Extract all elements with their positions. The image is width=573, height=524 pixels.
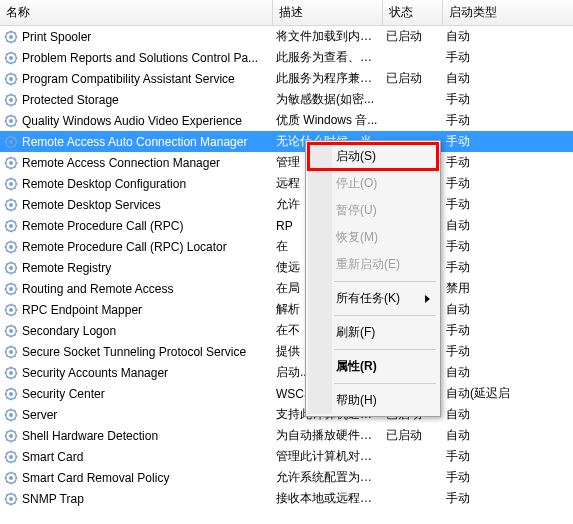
service-start-type: 手动 [442,110,573,131]
menu-separator [334,315,436,316]
table-row[interactable]: Security CenterWSCSVC(Windo...已启动自动(延迟启 [0,383,573,404]
menu-item-help[interactable]: 帮助(H) [308,387,438,414]
menu-item-start[interactable]: 启动(S) [308,143,438,170]
table-row[interactable]: Quality Windows Audio Video Experience优质… [0,110,573,131]
service-gear-icon [4,471,18,485]
table-row[interactable]: Print Spooler将文件加载到内存...已启动自动 [0,26,573,48]
service-name: SNMP Trap [22,492,84,506]
service-gear-icon [4,219,18,233]
service-start-type: 手动 [442,236,573,257]
svg-point-1 [9,35,13,39]
service-name: Shell Hardware Detection [22,429,158,443]
service-start-type: 手动 [442,152,573,173]
service-name: Security Center [22,387,105,401]
service-name: Smart Card [22,450,83,464]
service-desc: 允许系统配置为移... [272,467,382,488]
table-row[interactable]: Program Compatibility Assistant Service此… [0,68,573,89]
service-gear-icon [4,177,18,191]
table-row[interactable]: Secure Socket Tunneling Protocol Service… [0,341,573,362]
service-status [382,446,442,467]
service-desc: 接收本地或远程简... [272,488,382,509]
table-row[interactable]: Security Accounts Manager启动...已启动自动 [0,362,573,383]
service-name: Remote Desktop Services [22,198,161,212]
table-row[interactable]: Remote Procedure Call (RPC)RP已启动自动 [0,215,573,236]
svg-point-131 [9,308,13,312]
service-status [382,89,442,110]
service-gear-icon [4,240,18,254]
menu-item-stop[interactable]: 停止(O) [308,170,438,197]
service-name: Remote Registry [22,261,111,275]
service-status: 已启动 [382,68,442,89]
col-header-desc[interactable]: 描述 [272,0,382,26]
service-start-type: 自动 [442,26,573,48]
menu-item-alltasks[interactable]: 所有任务(K) [308,285,438,312]
service-desc: 为敏感数据(如密... [272,89,382,110]
table-row[interactable]: Remote Desktop Configuration远程手动 [0,173,573,194]
service-name: Smart Card Removal Policy [22,471,169,485]
service-gear-icon [4,282,18,296]
service-gear-icon [4,303,18,317]
svg-point-201 [9,455,13,459]
col-header-start[interactable]: 启动类型 [442,0,573,26]
menu-item-pause[interactable]: 暂停(U) [308,197,438,224]
service-status [382,488,442,509]
service-gear-icon [4,72,18,86]
service-status [382,47,442,68]
svg-point-191 [9,434,13,438]
service-start-type: 手动 [442,488,573,509]
svg-point-221 [9,497,13,501]
menu-item-restart[interactable]: 重新启动(E) [308,251,438,278]
svg-point-51 [9,140,13,144]
svg-point-181 [9,413,13,417]
service-start-type: 手动 [442,194,573,215]
table-row[interactable]: Smart Card Removal Policy允许系统配置为移...手动 [0,467,573,488]
service-gear-icon [4,492,18,506]
table-row[interactable]: Remote Access Connection Manager管理已启动手动 [0,152,573,173]
svg-point-81 [9,203,13,207]
service-start-type: 自动 [442,362,573,383]
svg-point-141 [9,329,13,333]
table-row[interactable]: Remote Procedure Call (RPC) Locator在手动 [0,236,573,257]
svg-point-211 [9,476,13,480]
table-row[interactable]: Routing and Remote Access在局禁用 [0,278,573,299]
service-start-type: 手动 [442,47,573,68]
col-header-name[interactable]: 名称 [0,0,272,26]
service-gear-icon [4,30,18,44]
menu-item-resume[interactable]: 恢复(M) [308,224,438,251]
table-header-row: 名称 描述 状态 启动类型 [0,0,573,26]
menu-item-properties[interactable]: 属性(R) [308,353,438,380]
svg-point-101 [9,245,13,249]
service-name: Remote Access Connection Manager [22,156,220,170]
service-desc: 此服务为查看、发... [272,47,382,68]
service-status [382,110,442,131]
service-name: Print Spooler [22,30,91,44]
service-name: RPC Endpoint Mapper [22,303,142,317]
table-row[interactable]: Protected Storage为敏感数据(如密...手动 [0,89,573,110]
table-row[interactable]: Smart Card管理此计算机对智...手动 [0,446,573,467]
table-row[interactable]: Problem Reports and Solutions Control Pa… [0,47,573,68]
service-start-type: 自动 [442,68,573,89]
service-name: Server [22,408,57,422]
submenu-arrow-icon [425,295,430,303]
service-status: 已启动 [382,26,442,48]
table-row[interactable]: Server支持此计算机通过...已启动自动 [0,404,573,425]
svg-point-31 [9,98,13,102]
table-row[interactable]: Remote Desktop Services允许手动 [0,194,573,215]
table-row[interactable]: RPC Endpoint Mapper解析已启动自动 [0,299,573,320]
col-header-status[interactable]: 状态 [382,0,442,26]
service-gear-icon [4,366,18,380]
table-row[interactable]: Shell Hardware Detection为自动播放硬件事...已启动自动 [0,425,573,446]
service-gear-icon [4,261,18,275]
table-row[interactable]: Remote Access Auto Connection Manager无论什… [0,131,573,152]
service-start-type: 自动 [442,425,573,446]
svg-point-71 [9,182,13,186]
svg-point-41 [9,119,13,123]
service-desc: 将文件加载到内存... [272,26,382,48]
table-row[interactable]: SNMP Trap接收本地或远程简...手动 [0,488,573,509]
table-row[interactable]: Remote Registry使远手动 [0,257,573,278]
menu-item-label: 属性(R) [336,359,377,373]
service-name: Remote Procedure Call (RPC) [22,219,183,233]
menu-item-refresh[interactable]: 刷新(F) [308,319,438,346]
table-row[interactable]: Secondary Logon在不手动 [0,320,573,341]
service-desc: 优质 Windows 音... [272,110,382,131]
